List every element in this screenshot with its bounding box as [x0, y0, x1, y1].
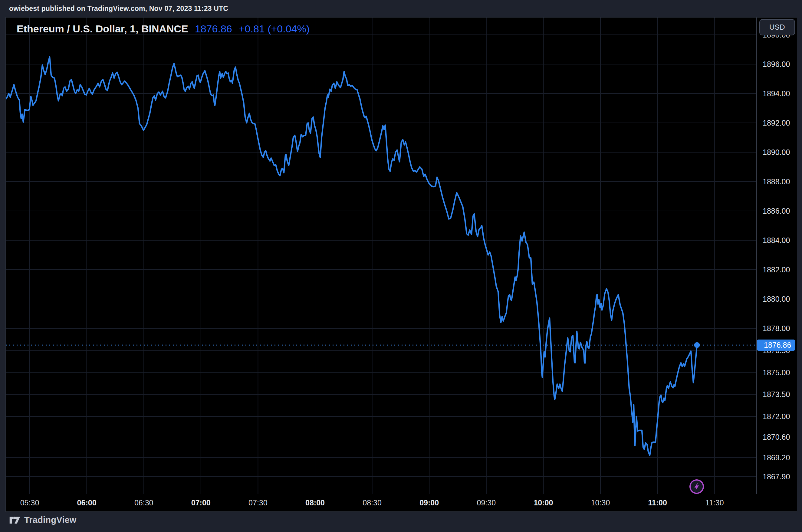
last-price-dot	[694, 342, 700, 348]
price-axis-label: 1896.00	[763, 60, 790, 69]
price-axis-label: 1882.00	[763, 265, 790, 274]
tradingview-logo-link[interactable]: TradingView	[9, 515, 77, 525]
time-axis-label: 09:30	[468, 494, 504, 511]
currency-usd-button[interactable]: USD	[759, 19, 795, 35]
price-change-value: +0.81 (+0.04%)	[239, 23, 310, 35]
price-axis-label: 1892.00	[763, 118, 790, 127]
price-axis-label: 1886.00	[763, 206, 790, 215]
time-axis-label: 06:00	[69, 494, 105, 511]
time-axis-label: 10:00	[525, 494, 561, 511]
time-axis-label: 09:00	[411, 494, 447, 511]
time-axis-label: 06:30	[126, 494, 162, 511]
time-axis-label: 07:00	[183, 494, 219, 511]
tradingview-logo-text: TradingView	[24, 515, 77, 525]
lightning-bolt-icon	[693, 482, 701, 491]
price-chart-plot[interactable]	[6, 18, 797, 511]
price-axis-label: 1867.90	[763, 472, 790, 481]
header-attribution: owiebest published on TradingView.com, N…	[9, 0, 228, 17]
price-axis-label: 1873.50	[763, 390, 790, 399]
price-axis-label: 1884.00	[763, 236, 790, 245]
time-axis-label: 10:30	[582, 494, 618, 511]
time-axis-label: 07:30	[240, 494, 276, 511]
chart-legend: Ethereum / U.S. Dollar, 1, BINANCE 1876.…	[17, 23, 310, 35]
price-axis-label: 1894.00	[763, 89, 790, 98]
lightning-button[interactable]	[689, 479, 704, 494]
price-axis[interactable]: USD 1876.86 1898.001896.001894.001892.00…	[756, 18, 797, 494]
price-axis-label: 1890.00	[763, 148, 790, 157]
price-axis-label: 1888.00	[763, 177, 790, 186]
price-axis-label: 1872.00	[763, 412, 790, 421]
last-price-value: 1876.86	[195, 23, 232, 35]
time-axis-label: 08:30	[354, 494, 390, 511]
tradingview-logo-icon	[9, 516, 21, 525]
time-axis-label: 11:00	[639, 494, 676, 511]
symbol-title: Ethereum / U.S. Dollar, 1, BINANCE	[17, 23, 188, 35]
time-axis-label: 08:00	[297, 494, 333, 511]
price-axis-label: 1880.00	[763, 294, 790, 304]
time-axis-label: 05:30	[12, 494, 48, 511]
price-axis-label: 1875.00	[763, 368, 790, 377]
price-line-series	[6, 57, 697, 455]
last-price-badge: 1876.86	[757, 340, 795, 351]
price-axis-label: 1869.20	[763, 453, 790, 462]
time-axis-label: 11:30	[696, 494, 733, 511]
price-axis-label: 1878.00	[763, 324, 790, 333]
chart-container: Ethereum / U.S. Dollar, 1, BINANCE 1876.…	[5, 17, 797, 512]
time-axis[interactable]: 05:3006:0006:3007:0007:3008:0008:3009:00…	[6, 494, 797, 511]
price-axis-label: 1870.60	[763, 433, 790, 441]
